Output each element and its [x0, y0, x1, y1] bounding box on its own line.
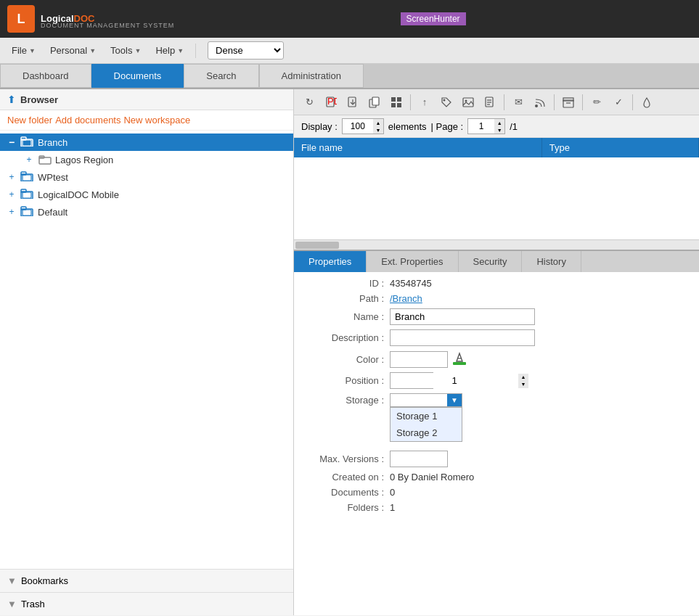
display-input[interactable] — [343, 120, 373, 133]
display-spin-up[interactable]: ▲ — [373, 119, 383, 126]
file-menu[interactable]: File ▼ — [6, 42, 41, 59]
sidebar-actions: New folder Add documents New workspace — [0, 110, 293, 131]
toolbar: ↻ PDF ↑ ✉ — [294, 89, 699, 115]
toolbar-sep-2 — [504, 94, 504, 110]
help-menu-arrow: ▼ — [177, 47, 184, 54]
email-button[interactable]: ✉ — [509, 93, 528, 112]
col-type: Type — [541, 138, 698, 157]
props-tab-security[interactable]: Security — [459, 251, 523, 272]
windows-button[interactable] — [387, 93, 406, 112]
description-input[interactable] — [390, 329, 535, 346]
page-spin-down[interactable]: ▼ — [494, 126, 504, 134]
position-input[interactable] — [391, 373, 518, 388]
prop-row-created-on: Created on : 0 By Daniel Romero — [303, 472, 690, 482]
tag-button[interactable] — [437, 93, 456, 112]
refresh-button[interactable]: ↻ — [300, 93, 319, 112]
tabbar: Dashboard Documents Search Administratio… — [0, 64, 699, 89]
svg-rect-10 — [23, 192, 31, 198]
tab-administration[interactable]: Administration — [259, 64, 364, 88]
tree-item-wptest[interactable]: + WPtest — [0, 168, 293, 186]
position-spin-up[interactable]: ▲ — [518, 374, 528, 381]
tree-label-wptest: WPtest — [38, 172, 68, 183]
tree-item-logicaldoc-mobile[interactable]: + LogicalDOC Mobile — [0, 186, 293, 203]
max-versions-input[interactable] — [390, 451, 448, 467]
svg-rect-7 — [23, 175, 31, 181]
help-menu[interactable]: Help ▼ — [150, 42, 189, 59]
tools-menu[interactable]: Tools ▼ — [105, 42, 147, 59]
props-tab-history[interactable]: History — [522, 251, 581, 272]
download-pdf-button[interactable]: PDF — [322, 93, 340, 112]
documents-value: 0 — [390, 487, 395, 498]
path-value[interactable]: /Branch — [390, 293, 422, 304]
scroll-thumb[interactable] — [295, 242, 339, 249]
svg-rect-1 — [21, 137, 26, 140]
edit-button[interactable]: ✏ — [587, 93, 606, 112]
logo-text: LogicalDOC DOCUMENT MANAGEMENT SYSTEM — [41, 9, 174, 29]
download-button[interactable] — [343, 93, 362, 112]
max-versions-label: Max. Versions : — [303, 453, 390, 464]
storage-option-2[interactable]: Storage 2 — [391, 424, 462, 441]
document-button[interactable] — [481, 93, 499, 112]
props-tab-ext-properties[interactable]: Ext. Properties — [367, 251, 458, 272]
trash-header[interactable]: ▼ Trash — [0, 593, 293, 615]
tree-toggle-branch[interactable]: − — [6, 136, 17, 148]
position-spin-down[interactable]: ▼ — [518, 381, 528, 388]
svg-rect-21 — [397, 97, 401, 102]
color-label: Color : — [303, 354, 390, 365]
svg-rect-6 — [21, 172, 26, 175]
tab-search[interactable]: Search — [184, 64, 258, 88]
archive-button[interactable] — [559, 93, 578, 112]
prop-row-storage: Storage : ▼ Storage 1 Storage 2 — [303, 393, 690, 407]
tab-documents[interactable]: Documents — [91, 64, 184, 88]
created-on-label: Created on : — [303, 472, 390, 482]
prop-row-path: Path : /Branch — [303, 293, 690, 304]
image-button[interactable] — [459, 93, 478, 112]
storage-dropdown-button[interactable]: ▼ — [447, 394, 462, 406]
new-folder-button[interactable]: New folder — [7, 115, 52, 126]
add-documents-button[interactable]: Add documents — [55, 115, 120, 126]
bookmarks-header[interactable]: ▼ Bookmarks — [0, 570, 293, 592]
storage-option-1[interactable]: Storage 1 — [391, 408, 462, 424]
workspace-icon-wptest — [20, 171, 35, 183]
page-spin-up[interactable]: ▲ — [494, 119, 504, 126]
col-filename: File name — [294, 138, 541, 157]
page-sep-label: | Page : — [431, 121, 464, 132]
created-on-value: 0 By Daniel Romero — [390, 472, 474, 482]
folder-icon-lagos — [38, 154, 52, 165]
tree-toggle-default[interactable]: + — [6, 207, 17, 217]
personal-menu[interactable]: Personal ▼ — [44, 42, 102, 59]
droplet-button[interactable] — [637, 93, 656, 112]
description-label: Description : — [303, 332, 390, 343]
display-spin-down[interactable]: ▼ — [373, 126, 383, 134]
toolbar-sep-1 — [410, 94, 411, 110]
name-input[interactable] — [390, 308, 535, 325]
tree-toggle-lagos[interactable]: + — [23, 155, 35, 165]
display-input-wrap: ▲ ▼ — [342, 118, 384, 134]
workspace-icon-branch — [20, 136, 35, 148]
tree-item-branch[interactable]: − Branch — [0, 134, 293, 151]
position-label: Position : — [303, 375, 390, 386]
props-tab-properties[interactable]: Properties — [294, 251, 367, 272]
prop-row-documents: Documents : 0 — [303, 487, 690, 498]
color-input[interactable] — [390, 351, 448, 368]
new-workspace-button[interactable]: New workspace — [123, 115, 190, 126]
position-spinner-wrap: ▲ ▼ — [390, 372, 433, 389]
tab-dashboard[interactable]: Dashboard — [0, 64, 91, 88]
color-picker-button[interactable] — [451, 350, 468, 368]
tree-item-lagos[interactable]: + Lagos Region — [17, 151, 293, 168]
tree-toggle-mobile[interactable]: + — [6, 189, 17, 200]
upload-button[interactable]: ↑ — [415, 93, 434, 112]
rss-button[interactable] — [531, 93, 549, 112]
copy-button[interactable] — [365, 93, 384, 112]
density-select[interactable]: Dense Comfortable Compact — [208, 41, 284, 59]
file-menu-arrow: ▼ — [29, 47, 36, 54]
tree-toggle-wptest[interactable]: + — [6, 172, 17, 182]
sidebar-header: ⬆ Browser — [0, 89, 293, 110]
logo: L LogicalDOC DOCUMENT MANAGEMENT SYSTEM — [7, 5, 174, 33]
check-button[interactable]: ✓ — [609, 93, 628, 112]
personal-menu-arrow: ▼ — [89, 47, 96, 54]
page-input[interactable] — [468, 120, 494, 133]
tree-children-branch: + Lagos Region — [0, 151, 293, 168]
sidebar: ⬆ Browser New folder Add documents New w… — [0, 89, 294, 615]
tree-item-default[interactable]: + Default — [0, 203, 293, 221]
